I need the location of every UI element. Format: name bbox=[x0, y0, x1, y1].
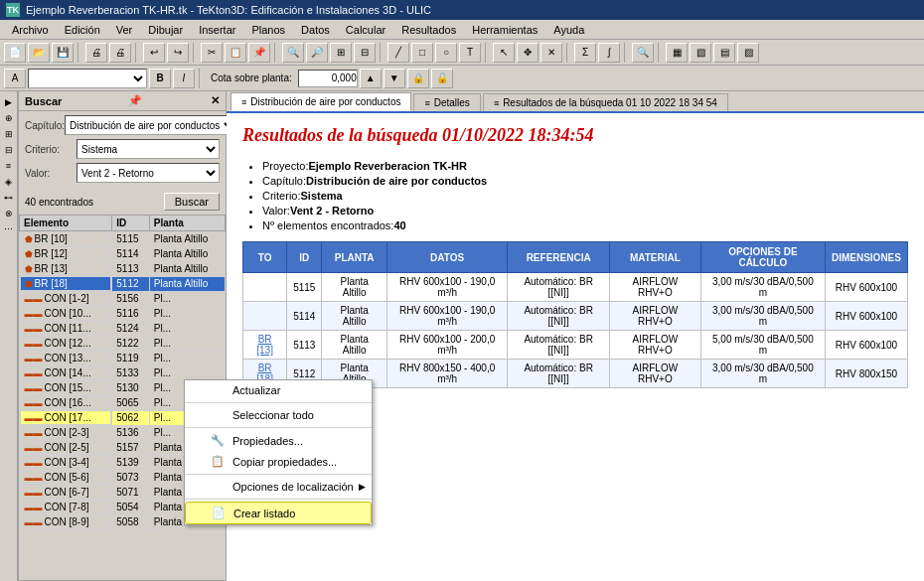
search-table-row[interactable]: ▬▬ CON [10... 5116 Pl... bbox=[20, 306, 226, 321]
tb-redo[interactable]: ↪ bbox=[167, 43, 189, 63]
tb-print2[interactable]: 🖨 bbox=[109, 43, 131, 63]
tb-unlock[interactable]: 🔓 bbox=[431, 69, 453, 88]
menu-dibujar[interactable]: Dibujar bbox=[140, 22, 191, 38]
tb-circle[interactable]: ○ bbox=[435, 43, 457, 63]
tb-filter3[interactable]: ▤ bbox=[713, 43, 735, 63]
tb-select[interactable]: ↖ bbox=[493, 43, 515, 63]
ctx-opciones-localizacion[interactable]: Opciones de localización ▶ bbox=[185, 477, 372, 497]
valor-select[interactable]: Vent 2 - Retorno bbox=[77, 163, 220, 183]
tb-new[interactable]: 📄 bbox=[4, 43, 26, 63]
tb-paste[interactable]: 📌 bbox=[248, 43, 270, 63]
menu-ver[interactable]: Ver bbox=[108, 22, 141, 38]
data-cell-datos: RHV 600x100 - 190,0 m³/h bbox=[386, 273, 507, 302]
data-cell-material: AIRFLOW RHV+O bbox=[609, 302, 700, 331]
sidebar-icon-9[interactable]: ⋯ bbox=[2, 222, 16, 236]
tb-filter1[interactable]: ▦ bbox=[666, 43, 688, 63]
tb-delete[interactable]: ✕ bbox=[540, 43, 562, 63]
tb-italic[interactable]: I bbox=[173, 69, 195, 88]
tb-line[interactable]: ╱ bbox=[387, 43, 409, 63]
menu-archivo[interactable]: Archivo bbox=[4, 22, 57, 38]
tb-bold[interactable]: B bbox=[149, 69, 171, 88]
sidebar-icon-6[interactable]: ◈ bbox=[2, 175, 16, 189]
search-cell-planta: Planta Altillo bbox=[149, 276, 225, 291]
tb-text[interactable]: T bbox=[459, 43, 481, 63]
search-table-row[interactable]: ⬟ BR [18] 5112 Planta Altillo bbox=[20, 276, 226, 291]
sidebar-icon-8[interactable]: ⊗ bbox=[2, 207, 16, 220]
tb-move[interactable]: ✥ bbox=[517, 43, 539, 63]
menu-resultados[interactable]: Resultados bbox=[393, 22, 464, 38]
tb-lock[interactable]: 🔒 bbox=[407, 69, 429, 88]
search-cell-elemento: ▬▬ CON [16... bbox=[20, 395, 112, 410]
capitulo-select[interactable]: Distribución de aire por conductos bbox=[65, 115, 237, 135]
font-select[interactable]: Arial - Azul bbox=[28, 69, 147, 88]
search-pin-icon[interactable]: 📌 bbox=[128, 94, 142, 107]
menu-planos[interactable]: Planos bbox=[243, 22, 293, 38]
ctx-actualizar[interactable]: Actualizar bbox=[185, 380, 372, 400]
search-button[interactable]: Buscar bbox=[164, 193, 220, 211]
sidebar-icon-7[interactable]: ⊷ bbox=[2, 191, 16, 205]
tb-zoom-out[interactable]: 🔎 bbox=[306, 43, 328, 63]
search-cell-id: 5073 bbox=[112, 470, 150, 485]
search-table-row[interactable]: ▬▬ CON [11... 5124 Pl... bbox=[20, 321, 226, 336]
tb-zoom-all[interactable]: ⊞ bbox=[330, 43, 352, 63]
data-col-id: ID bbox=[287, 242, 322, 273]
tb-cut[interactable]: ✂ bbox=[201, 43, 223, 63]
search-table-row[interactable]: ⬟ BR [13] 5113 Planta Altillo bbox=[20, 261, 226, 276]
search-table-row[interactable]: ⬟ BR [12] 5114 Planta Altillo bbox=[20, 246, 226, 261]
sidebar-icon-1[interactable]: ▶ bbox=[2, 95, 16, 109]
tb-open[interactable]: 📂 bbox=[28, 43, 50, 63]
sidebar-icon-4[interactable]: ⊟ bbox=[2, 143, 16, 157]
tb-filter2[interactable]: ▧ bbox=[690, 43, 711, 63]
sidebar-icon-3[interactable]: ⊞ bbox=[2, 127, 16, 141]
tab-resultados[interactable]: ≡ Resultados de la búsqueda 01 10 2022 1… bbox=[483, 93, 728, 111]
tab-detalles[interactable]: ≡ Detalles bbox=[413, 93, 480, 111]
sidebar-icon-2[interactable]: ⊕ bbox=[2, 111, 16, 125]
search-table-row[interactable]: ⬟ BR [10] 5115 Planta Altillo bbox=[20, 231, 226, 247]
tb-print[interactable]: 🖨 bbox=[85, 43, 107, 63]
tb-calc1[interactable]: Σ bbox=[574, 43, 596, 63]
result-info: Proyecto:Ejemplo Reverberacion TK-HR Cap… bbox=[242, 160, 908, 231]
search-cell-elemento: ▬▬ CON [2-5] bbox=[20, 440, 112, 455]
tb-font-btn[interactable]: A bbox=[4, 69, 26, 88]
tab-resultados-icon: ≡ bbox=[494, 98, 499, 108]
search-cell-elemento: ▬▬ CON [12... bbox=[20, 336, 112, 351]
menu-insertar[interactable]: Insertar bbox=[191, 22, 243, 38]
menu-calcular[interactable]: Calcular bbox=[338, 22, 393, 38]
menu-herramientas[interactable]: Herramientas bbox=[464, 22, 545, 38]
menu-edicion[interactable]: Edición bbox=[57, 22, 108, 38]
criterio-select[interactable]: Sistema bbox=[77, 139, 220, 159]
tb-cota-down[interactable]: ▼ bbox=[384, 69, 405, 88]
tb-calc2[interactable]: ∫ bbox=[598, 43, 620, 63]
ctx-sep1 bbox=[185, 402, 372, 403]
tb-sep10 bbox=[199, 69, 203, 88]
menu-ayuda[interactable]: Ayuda bbox=[545, 22, 592, 38]
ctx-propiedades[interactable]: 🔧 Propiedades... bbox=[185, 430, 372, 451]
tb-cota-up[interactable]: ▲ bbox=[360, 69, 382, 88]
sidebar-icon-5[interactable]: ≡ bbox=[2, 159, 16, 173]
ctx-seleccionar-todo[interactable]: Seleccionar todo bbox=[185, 405, 372, 425]
search-table-row[interactable]: ▬▬ CON [1-2] 5156 Pl... bbox=[20, 291, 226, 306]
tb-rect[interactable]: □ bbox=[411, 43, 433, 63]
tb-save[interactable]: 💾 bbox=[52, 43, 74, 63]
tb-filter4[interactable]: ▨ bbox=[737, 43, 759, 63]
data-cell-opciones: 3,00 m/s/30 dBA/0,500 m bbox=[700, 302, 825, 331]
search-table-row[interactable]: ▬▬ CON [14... 5133 Pl... bbox=[20, 365, 226, 380]
search-table-row[interactable]: ▬▬ CON [12... 5122 Pl... bbox=[20, 336, 226, 351]
search-cell-elemento: ▬▬ CON [13... bbox=[20, 351, 112, 365]
cota-input[interactable] bbox=[298, 70, 358, 87]
tb-zoom-in[interactable]: 🔍 bbox=[282, 43, 304, 63]
data-col-referencia: REFERENCIA bbox=[508, 242, 610, 273]
search-close-icon[interactable]: ✕ bbox=[211, 94, 220, 107]
tb-undo[interactable]: ↩ bbox=[143, 43, 165, 63]
tab-distribution[interactable]: ≡ Distribución de aire por conductos bbox=[231, 92, 411, 111]
ctx-crear-listado[interactable]: 📄 Crear listado bbox=[185, 502, 372, 524]
tb-zoom-sel[interactable]: ⊟ bbox=[354, 43, 376, 63]
search-table-row[interactable]: ▬▬ CON [13... 5119 Pl... bbox=[20, 351, 226, 365]
tb-find[interactable]: 🔍 bbox=[632, 43, 654, 63]
tb-copy[interactable]: 📋 bbox=[225, 43, 246, 63]
data-col-datos: DATOS bbox=[386, 242, 507, 273]
menu-datos[interactable]: Datos bbox=[293, 22, 338, 38]
ctx-copiar-propiedades[interactable]: 📋 Copiar propiedades... bbox=[185, 451, 372, 472]
search-cell-id: 5065 bbox=[112, 395, 150, 410]
search-cell-id: 5058 bbox=[112, 514, 150, 529]
